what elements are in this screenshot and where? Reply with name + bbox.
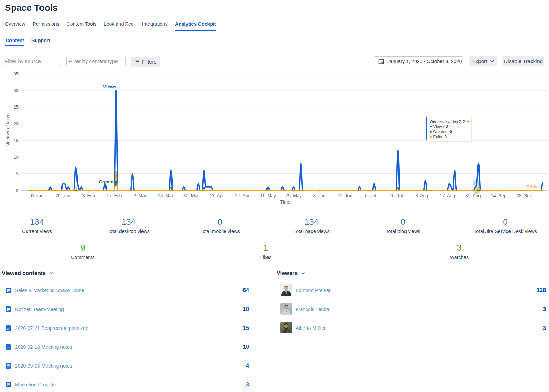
svg-text:Views: Views — [103, 84, 116, 89]
svg-text:10: 10 — [14, 155, 19, 160]
svg-text:14. Sep: 14. Sep — [491, 193, 506, 198]
svg-text:3. Feb: 3. Feb — [82, 193, 95, 198]
svg-text:17. Feb: 17. Feb — [107, 193, 122, 198]
svg-text:6. Jul: 6. Jul — [365, 193, 376, 198]
svg-text:25. May: 25. May — [286, 193, 302, 198]
svg-text:25: 25 — [14, 104, 19, 110]
svg-text:Number of views: Number of views — [5, 112, 10, 146]
svg-text:17. Aug: 17. Aug — [440, 193, 455, 198]
svg-text:2. Mar: 2. Mar — [133, 193, 147, 198]
svg-text:20. Jul: 20. Jul — [389, 193, 403, 198]
svg-text:30. Mar: 30. Mar — [183, 193, 199, 198]
svg-text:28. Sep: 28. Sep — [517, 193, 532, 198]
svg-text:5: 5 — [16, 171, 19, 176]
svg-text:27. Apr: 27. Apr — [235, 193, 250, 198]
svg-text:16. Mar: 16. Mar — [158, 193, 174, 198]
svg-text:0: 0 — [16, 188, 19, 193]
svg-text:20. Jan: 20. Jan — [56, 193, 71, 198]
svg-text:6. Jan: 6. Jan — [31, 193, 43, 198]
svg-text:11. May: 11. May — [260, 193, 276, 198]
svg-text:22. Jun: 22. Jun — [337, 193, 352, 198]
svg-text:8. Jun: 8. Jun — [313, 193, 325, 198]
svg-text:3. Aug: 3. Aug — [415, 193, 428, 198]
svg-text:30: 30 — [14, 88, 19, 93]
svg-text:Time: Time — [280, 199, 291, 205]
svg-text:Creates: Creates — [99, 179, 116, 184]
svg-text:31. Aug: 31. Aug — [465, 193, 481, 198]
svg-text:15: 15 — [14, 138, 19, 143]
svg-text:Edits: Edits — [526, 184, 538, 190]
svg-text:35: 35 — [14, 71, 19, 76]
svg-text:20: 20 — [14, 121, 19, 126]
svg-text:13. Apr: 13. Apr — [210, 193, 224, 198]
